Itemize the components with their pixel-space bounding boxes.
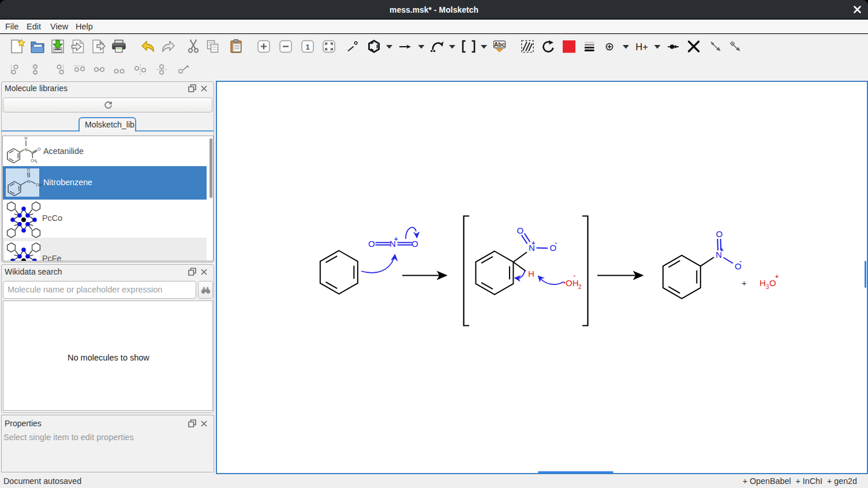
svg-text:H+: H+ xyxy=(635,42,648,52)
svg-text:OH: OH xyxy=(36,183,42,187)
svg-text:H: H xyxy=(528,269,534,279)
svg-text:+: + xyxy=(532,239,535,246)
svg-text:N: N xyxy=(27,179,30,184)
svg-text:+: + xyxy=(742,278,747,288)
svg-text:-: - xyxy=(740,257,742,264)
svg-text:O: O xyxy=(517,226,524,235)
svg-text:N: N xyxy=(25,147,28,152)
svg-text:3: 3 xyxy=(36,161,38,164)
svg-text:OH: OH xyxy=(566,278,579,288)
svg-text:-: - xyxy=(555,239,558,246)
svg-text:O: O xyxy=(38,147,41,151)
svg-text:+: + xyxy=(775,273,779,280)
svg-text:2: 2 xyxy=(578,284,582,290)
svg-text:+: + xyxy=(394,235,398,242)
svg-text:O: O xyxy=(27,168,31,172)
svg-text:O: O xyxy=(368,239,375,249)
svg-text:Abc: Abc xyxy=(494,42,505,48)
svg-text:-: - xyxy=(574,272,576,279)
svg-text:O: O xyxy=(716,229,723,239)
svg-text:1: 1 xyxy=(305,43,309,51)
svg-text:O: O xyxy=(411,239,418,249)
svg-text:H: H xyxy=(760,278,766,288)
svg-text:H: H xyxy=(25,136,28,140)
